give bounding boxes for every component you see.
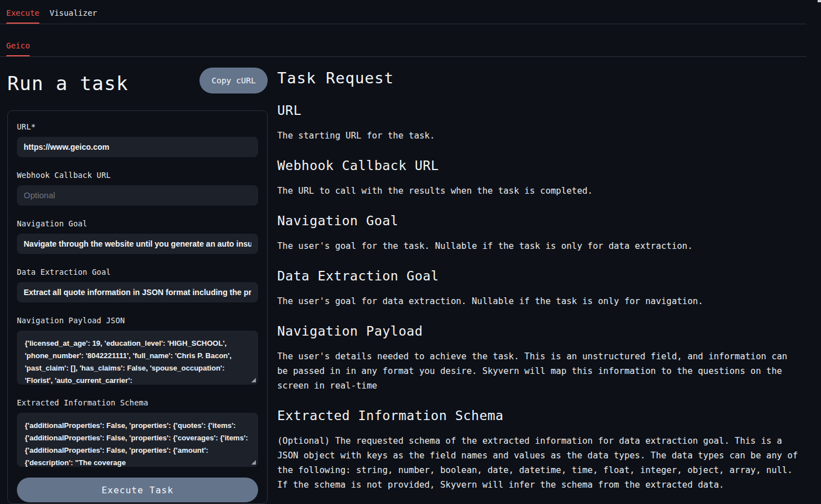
task-request-docs-panel: Task Request URL The starting URL for th… (277, 69, 807, 492)
section-body-extracted-schema: (Optional) The requested schema of the e… (277, 434, 802, 492)
section-heading-url: URL (277, 102, 807, 118)
field-navigation-payload: Navigation Payload JSON {'licensed_at_ag… (17, 316, 258, 385)
resize-grip-icon[interactable] (251, 378, 256, 382)
navigation-payload-label: Navigation Payload JSON (17, 316, 258, 325)
tab-execute-label: Execute (6, 8, 39, 17)
task-form-card: URL* Webhook Callback URL Navigation Goa… (7, 110, 268, 504)
section-body-navigation-payload: The user's details needed to achieve the… (277, 349, 802, 393)
section-heading-navigation-payload: Navigation Payload (277, 323, 807, 339)
webhook-input[interactable] (17, 185, 258, 206)
section-heading-extracted-schema: Extracted Information Schema (277, 408, 807, 423)
tab-execute[interactable]: Execute (6, 8, 39, 17)
field-navigation-goal: Navigation Goal (17, 219, 258, 254)
url-label: URL* (17, 122, 258, 131)
task-form-panel: Run a task Copy cURL URL* Webhook Callba… (7, 68, 268, 504)
section-body-navigation-goal: The user's goal for the task. Nullable i… (277, 239, 802, 253)
webhook-label: Webhook Callback URL (17, 171, 258, 180)
tab-visualizer[interactable]: Visualizer (50, 8, 97, 17)
navigation-payload-textarea[interactable]: {'licensed_at_age': 19, 'education_level… (17, 331, 258, 385)
field-data-extraction-goal: Data Extraction Goal (17, 267, 258, 302)
scrollbar-thumb[interactable] (818, 0, 821, 2)
tab-visualizer-label: Visualizer (50, 8, 97, 17)
subtabbar-divider (0, 56, 806, 57)
section-heading-data-extraction-goal: Data Extraction Goal (277, 268, 807, 284)
url-input[interactable] (17, 137, 258, 157)
section-body-data-extraction-goal: The user's goal for data extraction. Nul… (277, 294, 802, 309)
tab-geico-label: Geico (6, 41, 30, 50)
resize-grip-icon[interactable] (251, 460, 256, 465)
data-extraction-goal-input[interactable] (17, 282, 258, 302)
extracted-schema-textarea[interactable]: {'additionalProperties': False, 'propert… (17, 413, 258, 467)
field-url: URL* (17, 122, 258, 157)
section-heading-navigation-goal: Navigation Goal (277, 213, 807, 229)
field-extracted-schema: Extracted Information Schema {'additiona… (17, 398, 258, 467)
tab-geico[interactable]: Geico (6, 41, 30, 50)
extracted-schema-label: Extracted Information Schema (17, 398, 258, 407)
section-heading-webhook: Webhook Callback URL (277, 158, 807, 173)
data-extraction-goal-label: Data Extraction Goal (17, 267, 258, 276)
field-webhook: Webhook Callback URL (17, 171, 258, 206)
docs-title: Task Request (277, 69, 807, 88)
section-body-webhook: The URL to call with the results when th… (277, 184, 802, 198)
execute-task-button[interactable]: Execute Task (17, 478, 258, 502)
navigation-goal-label: Navigation Goal (17, 219, 258, 228)
section-body-url: The starting URL for the task. (277, 128, 802, 143)
tabbar-divider (0, 24, 806, 24)
navigation-goal-input[interactable] (17, 234, 258, 254)
copy-curl-button[interactable]: Copy cURL (199, 68, 268, 93)
page-title: Run a task (7, 72, 128, 95)
